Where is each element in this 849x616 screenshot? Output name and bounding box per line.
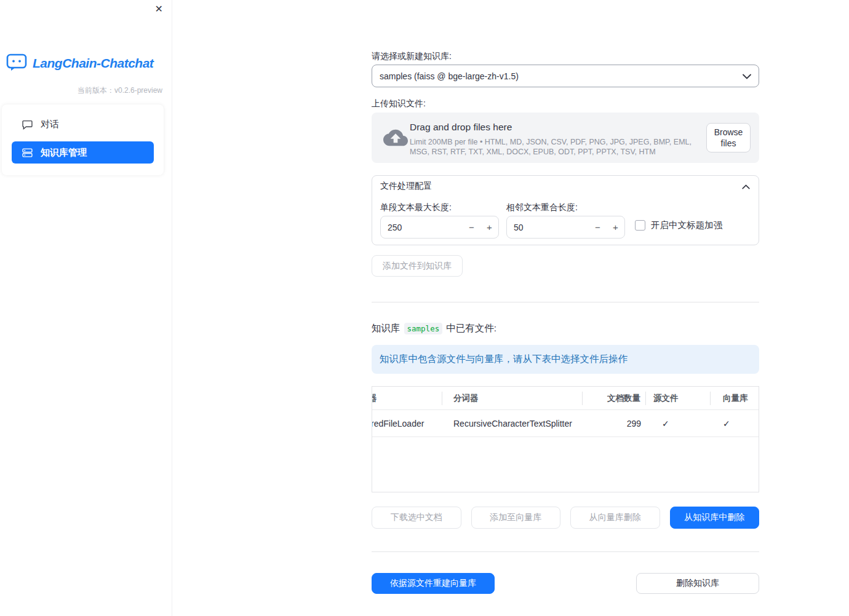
col-source-file: 源文件 [646, 392, 711, 405]
sidebar: ✕ LangChain-Chatchat 当前版本：v0.2.6-preview [0, 0, 172, 616]
zh-title-checkbox-row[interactable]: 开启中文标题加强 [635, 219, 722, 231]
download-selected-button[interactable]: 下载选中文档 [372, 507, 461, 529]
info-banner: 知识库中包含源文件与向量库，请从下表中选择文件后操作 [372, 345, 759, 374]
kb-select-value: samples (faiss @ bge-large-zh-v1.5) [380, 71, 519, 81]
add-to-vectorstore-button[interactable]: 添加至向量库 [471, 507, 561, 529]
app-window: ✕ LangChain-Chatchat 当前版本：v0.2.6-preview [0, 0, 849, 616]
kb-files-heading: 知识库 samples 中已有文件: [372, 322, 496, 335]
overlap-size-input[interactable] [507, 223, 589, 232]
chat-logo-icon [6, 53, 28, 74]
cell-source-check: ✓ [646, 410, 711, 436]
table-row[interactable]: redFileLoader RecursiveCharacterTextSpli… [372, 410, 759, 437]
chevron-down-icon [743, 71, 751, 81]
col-vector-store: 向量库 [711, 392, 759, 405]
delete-from-kb-button[interactable]: 从知识库中删除 [670, 507, 760, 529]
plus-button[interactable]: + [607, 216, 624, 238]
chunk-size-input[interactable] [381, 223, 463, 232]
expander-title: 文件处理配置 [380, 181, 432, 192]
sidebar-menu: 对话 知识库管理 [2, 105, 164, 175]
minus-button[interactable]: − [463, 216, 480, 238]
expander-header[interactable]: 文件处理配置 [372, 176, 759, 197]
cell-splitter: RecursiveCharacterTextSplitter [442, 410, 583, 436]
cell-loader: redFileLoader [372, 410, 442, 436]
col-splitter: 分词器 [442, 392, 583, 405]
overlap-size-label: 相邻文本重合长度: [506, 202, 578, 213]
minus-button[interactable]: − [589, 216, 607, 238]
rebuild-vectorstore-button[interactable]: 依据源文件重建向量库 [372, 573, 495, 594]
kb-files-prefix: 知识库 [372, 322, 401, 335]
check-icon: ✓ [723, 419, 730, 428]
delete-from-vectorstore-button[interactable]: 从向量库删除 [570, 507, 660, 529]
table-header-row: 器 分词器 文档数量 源文件 向量库 [372, 387, 759, 410]
app-logo: LangChain-Chatchat [6, 53, 153, 74]
check-icon: ✓ [662, 419, 669, 428]
chat-bubble-icon [22, 119, 33, 130]
file-dropzone[interactable]: Drag and drop files here Limit 200MB per… [372, 113, 759, 163]
logo-text: LangChain-Chatchat [33, 56, 153, 71]
col-doc-count: 文档数量 [583, 392, 646, 405]
kb-stack-icon [22, 148, 33, 158]
kb-files-table: 器 分词器 文档数量 源文件 向量库 redFileLoader Recursi… [372, 386, 759, 492]
kb-files-suffix: 中已有文件: [446, 322, 496, 335]
dropzone-title: Drag and drop files here [410, 122, 512, 133]
sidebar-item-label: 知识库管理 [41, 147, 87, 159]
checkbox-unchecked[interactable] [635, 220, 645, 231]
kb-select[interactable]: samples (faiss @ bge-large-zh-v1.5) [372, 65, 759, 87]
col-loader: 器 [372, 392, 442, 405]
version-label: 当前版本：v0.2.6-preview [78, 85, 162, 96]
plus-button[interactable]: + [480, 216, 498, 238]
dropzone-limit-text: Limit 200MB per file • HTML, MD, JSON, C… [410, 137, 705, 157]
close-icon[interactable]: ✕ [155, 4, 163, 14]
chunk-size-label: 单段文本最大长度: [380, 202, 452, 213]
chunk-size-stepper: − + [380, 216, 499, 239]
browse-files-button[interactable]: Browse files [706, 123, 751, 152]
chevron-up-icon [742, 181, 750, 192]
checkbox-label: 开启中文标题加强 [651, 219, 722, 231]
divider [372, 302, 759, 302]
sidebar-item-kb-management[interactable]: 知识库管理 [12, 141, 154, 164]
upload-label: 上传知识文件: [372, 98, 426, 109]
info-banner-text: 知识库中包含源文件与向量库，请从下表中选择文件后操作 [380, 353, 628, 366]
sidebar-item-dialogue[interactable]: 对话 [12, 113, 154, 135]
add-files-to-kb-button[interactable]: 添加文件到知识库 [372, 255, 463, 277]
file-actions-row: 下载选中文档 添加至向量库 从向量库删除 从知识库中删除 [372, 507, 759, 529]
cell-doc-count: 299 [583, 410, 646, 436]
kb-select-label: 请选择或新建知识库: [372, 51, 452, 62]
main-content: 请选择或新建知识库: samples (faiss @ bge-large-zh… [372, 0, 759, 616]
file-config-expander: 文件处理配置 单段文本最大长度: 相邻文本重合长度: − + − + 开启中文标… [372, 175, 759, 245]
divider [372, 551, 759, 552]
overlap-size-stepper: − + [506, 216, 625, 239]
sidebar-item-label: 对话 [41, 119, 59, 130]
delete-kb-button[interactable]: 删除知识库 [636, 573, 759, 594]
cloud-upload-icon [383, 129, 408, 149]
kb-name-code: samples [404, 323, 443, 334]
cell-vector-check: ✓ [711, 410, 759, 436]
